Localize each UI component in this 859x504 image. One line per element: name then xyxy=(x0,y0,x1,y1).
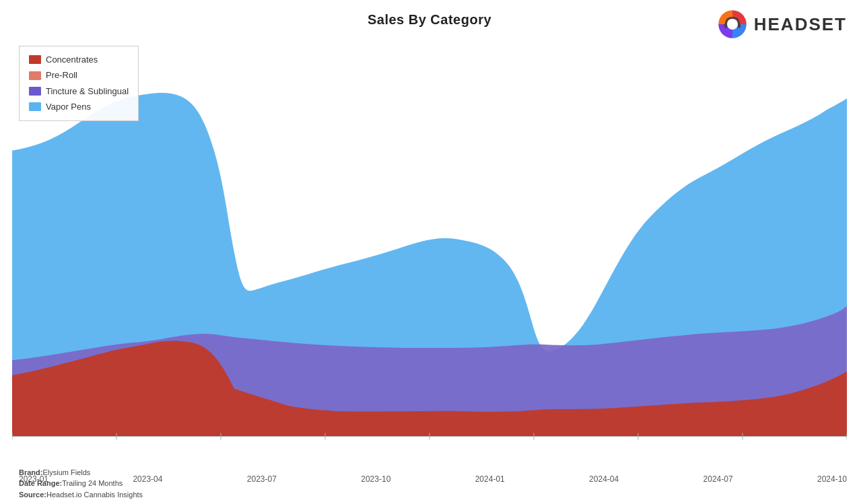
x-axis-labels: 2023-01 2023-04 2023-07 2023-10 2024-01 … xyxy=(19,474,847,484)
tincture-label: Tincture & Sublingual xyxy=(46,83,129,99)
source-label: Source: xyxy=(19,491,46,499)
svg-rect-3 xyxy=(738,23,741,28)
vapor-swatch xyxy=(29,102,41,111)
headset-logo: HEADSET xyxy=(716,8,847,40)
date-value: Trailing 24 Months xyxy=(62,479,123,487)
legend-item-vapor: Vapor Pens xyxy=(29,99,129,114)
chart-container: Sales By Category HEADSET Concentrates xyxy=(0,0,859,504)
chart-legend: Concentrates Pre-Roll Tincture & Subling… xyxy=(19,46,139,121)
footer-info: Brand:Elysium Fields Date Range:Trailing… xyxy=(19,467,143,501)
x-label-5: 2024-04 xyxy=(589,474,619,484)
x-label-7: 2024-10 xyxy=(817,474,847,484)
source-value: Headset.io Cannabis Insights xyxy=(46,491,143,499)
brand-value: Elysium Fields xyxy=(42,468,90,476)
x-label-3: 2023-10 xyxy=(361,474,390,484)
legend-item-concentrates: Concentrates xyxy=(29,52,129,67)
concentrates-swatch xyxy=(29,55,41,64)
headset-logo-text: HEADSET xyxy=(754,14,847,35)
preroll-label: Pre-Roll xyxy=(46,67,77,83)
preroll-swatch xyxy=(29,71,41,80)
svg-point-1 xyxy=(727,19,738,30)
date-label: Date Range: xyxy=(19,479,62,487)
x-label-2: 2023-07 xyxy=(247,474,277,484)
headset-logo-icon xyxy=(716,8,749,40)
svg-rect-2 xyxy=(724,23,727,28)
legend-item-preroll: Pre-Roll xyxy=(29,67,129,83)
x-label-6: 2024-07 xyxy=(703,474,733,484)
vapor-label: Vapor Pens xyxy=(46,99,91,114)
tincture-swatch xyxy=(29,87,41,96)
x-label-4: 2024-01 xyxy=(475,474,505,484)
concentrates-label: Concentrates xyxy=(46,52,98,67)
legend-item-tincture: Tincture & Sublingual xyxy=(29,83,129,99)
brand-label: Brand: xyxy=(19,468,42,476)
